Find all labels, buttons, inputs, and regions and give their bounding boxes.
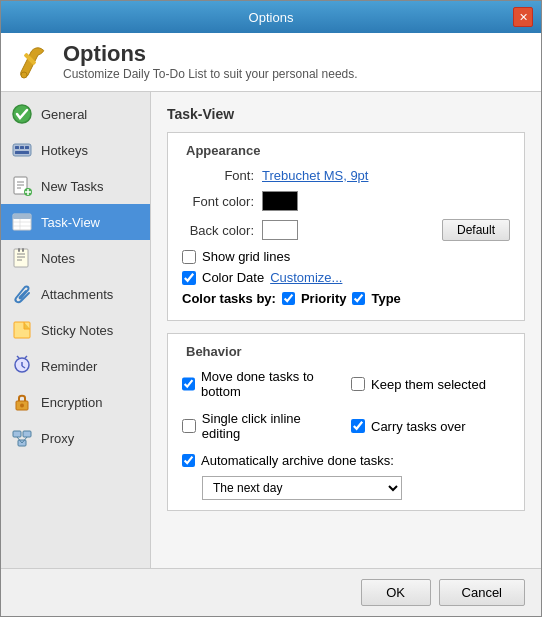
svg-rect-16 [13, 214, 31, 219]
task-view-icon [11, 211, 33, 233]
single-click-checkbox[interactable] [182, 419, 196, 433]
sidebar-item-new-tasks[interactable]: New Tasks [1, 168, 150, 204]
priority-checkbox[interactable] [282, 292, 295, 305]
color-date-checkbox[interactable] [182, 271, 196, 285]
keep-selected-row: Keep them selected [351, 369, 510, 399]
close-button[interactable]: ✕ [513, 7, 533, 27]
sidebar-item-task-view[interactable]: Task-View [1, 204, 150, 240]
default-button[interactable]: Default [442, 219, 510, 241]
font-color-box[interactable] [262, 191, 298, 211]
show-grid-label: Show grid lines [202, 249, 290, 264]
show-grid-checkbox[interactable] [182, 250, 196, 264]
color-date-row: Color Date Customize... [182, 270, 510, 285]
wrench-icon [15, 44, 51, 80]
svg-rect-35 [23, 431, 31, 437]
sidebar-label-sticky-notes: Sticky Notes [41, 323, 113, 338]
sidebar-label-new-tasks: New Tasks [41, 179, 104, 194]
header-title: Options [63, 43, 358, 65]
auto-archive-checkbox[interactable] [182, 454, 195, 467]
archive-dropdown-row: The next day After 1 week After 1 month [202, 476, 510, 500]
svg-point-0 [21, 72, 27, 78]
svg-rect-25 [22, 248, 24, 252]
sidebar-item-sticky-notes[interactable]: Sticky Notes [1, 312, 150, 348]
header: Options Customize Daily To-Do List to su… [1, 33, 541, 92]
cancel-button[interactable]: Cancel [439, 579, 525, 606]
sidebar-item-general[interactable]: General [1, 96, 150, 132]
font-row: Font: Trebuchet MS, 9pt [182, 168, 510, 183]
move-done-label: Move done tasks to bottom [201, 369, 341, 399]
priority-label: Priority [301, 291, 347, 306]
single-click-row: Single click inline editing [182, 411, 341, 441]
sidebar-label-encryption: Encryption [41, 395, 102, 410]
attachments-icon [11, 283, 33, 305]
auto-archive-row: Automatically archive done tasks: [182, 453, 510, 468]
sidebar-item-reminder[interactable]: Reminder [1, 348, 150, 384]
type-checkbox[interactable] [352, 292, 365, 305]
appearance-section: Appearance Font: Trebuchet MS, 9pt Font … [167, 132, 525, 321]
svg-point-33 [20, 404, 24, 408]
carry-over-row: Carry tasks over [351, 411, 510, 441]
sidebar-label-general: General [41, 107, 87, 122]
header-subtitle: Customize Daily To-Do List to suit your … [63, 67, 358, 81]
carry-over-checkbox[interactable] [351, 419, 365, 433]
notes-icon [11, 247, 33, 269]
svg-line-30 [17, 356, 19, 358]
check-icon [11, 103, 33, 125]
sidebar-item-attachments[interactable]: Attachments [1, 276, 150, 312]
svg-rect-34 [13, 431, 21, 437]
color-tasks-row: Color tasks by: Priority Type [182, 291, 510, 306]
ok-button[interactable]: OK [361, 579, 431, 606]
font-color-label: Font color: [182, 194, 262, 209]
svg-rect-7 [15, 151, 29, 154]
font-link[interactable]: Trebuchet MS, 9pt [262, 168, 368, 183]
behavior-section: Behavior Move done tasks to bottom Keep … [167, 333, 525, 511]
sidebar-label-proxy: Proxy [41, 431, 74, 446]
svg-rect-4 [15, 146, 19, 149]
color-date-label: Color Date [202, 270, 264, 285]
svg-rect-26 [14, 322, 30, 338]
svg-rect-24 [18, 248, 20, 252]
section-title: Task-View [167, 106, 525, 122]
keep-selected-label: Keep them selected [371, 377, 486, 392]
color-tasks-label: Color tasks by: [182, 291, 276, 306]
main-content: Task-View Appearance Font: Trebuchet MS,… [151, 92, 541, 568]
sidebar-label-reminder: Reminder [41, 359, 97, 374]
show-grid-row: Show grid lines [182, 249, 510, 264]
sticky-notes-icon [11, 319, 33, 341]
sidebar-label-notes: Notes [41, 251, 75, 266]
sidebar: General Hotkeys [1, 92, 151, 568]
title-bar: Options ✕ [1, 1, 541, 33]
window-title: Options [29, 10, 513, 25]
carry-over-label: Carry tasks over [371, 419, 466, 434]
sidebar-item-notes[interactable]: Notes [1, 240, 150, 276]
behavior-grid: Move done tasks to bottom Keep them sele… [182, 369, 510, 447]
sidebar-item-proxy[interactable]: Proxy [1, 420, 150, 456]
hotkeys-icon [11, 139, 33, 161]
type-label: Type [371, 291, 400, 306]
proxy-icon [11, 427, 33, 449]
font-label: Font: [182, 168, 262, 183]
behavior-title: Behavior [186, 344, 510, 359]
header-text: Options Customize Daily To-Do List to su… [63, 43, 358, 81]
font-color-row: Font color: [182, 191, 510, 211]
sidebar-label-attachments: Attachments [41, 287, 113, 302]
svg-rect-3 [13, 144, 31, 156]
sidebar-item-hotkeys[interactable]: Hotkeys [1, 132, 150, 168]
archive-dropdown[interactable]: The next day After 1 week After 1 month [202, 476, 402, 500]
single-click-label: Single click inline editing [202, 411, 341, 441]
encryption-icon [11, 391, 33, 413]
sidebar-item-encryption[interactable]: Encryption [1, 384, 150, 420]
move-done-checkbox[interactable] [182, 377, 195, 391]
options-window: Options ✕ Options Customize Daily To-Do … [0, 0, 542, 617]
keep-selected-checkbox[interactable] [351, 377, 365, 391]
body: General Hotkeys [1, 92, 541, 568]
footer: OK Cancel [1, 568, 541, 616]
back-color-row: Back color: Default [182, 219, 510, 241]
sidebar-label-hotkeys: Hotkeys [41, 143, 88, 158]
new-tasks-icon [11, 175, 33, 197]
back-color-box[interactable] [262, 220, 298, 240]
sidebar-label-task-view: Task-View [41, 215, 100, 230]
svg-line-31 [25, 356, 27, 358]
customize-link[interactable]: Customize... [270, 270, 342, 285]
reminder-icon [11, 355, 33, 377]
